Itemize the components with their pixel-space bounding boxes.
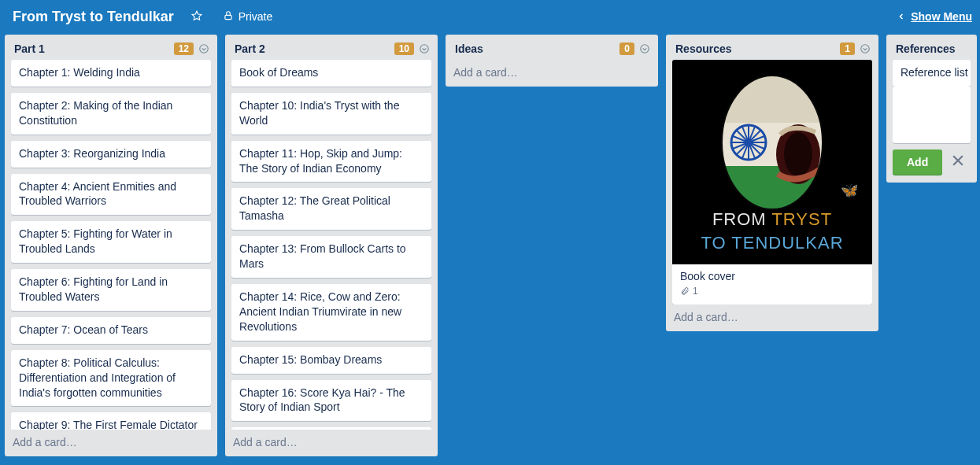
svg-point-3 bbox=[420, 45, 429, 54]
chevron-left-icon bbox=[897, 12, 906, 21]
card[interactable]: Book of Dreams bbox=[231, 60, 431, 87]
board-title[interactable]: From Tryst to Tendulkar bbox=[8, 6, 179, 28]
cards-container[interactable]: Book of Dreams Chapter 10: India's Tryst… bbox=[225, 60, 438, 430]
card-count-badge: 1 bbox=[840, 42, 855, 55]
board-header: From Tryst to Tendulkar Private Show Men… bbox=[0, 0, 980, 31]
add-button[interactable]: Add bbox=[893, 149, 942, 175]
card-book-cover[interactable]: 🦋 FROM TRYST TO TENDULKAR Book cover 1 bbox=[672, 60, 872, 304]
card-count-badge: 10 bbox=[394, 42, 414, 55]
card[interactable]: Chapter 8: Political Calculus: Different… bbox=[11, 350, 211, 407]
list-header: Resources 1 bbox=[666, 35, 878, 60]
close-icon[interactable] bbox=[950, 153, 966, 172]
face-illustration bbox=[705, 68, 839, 217]
list-menu-icon[interactable] bbox=[860, 43, 871, 54]
card[interactable]: Chapter 11: Hop, Skip and Jump: The Stor… bbox=[231, 141, 431, 183]
card[interactable]: Chapter 3: Reorganizing India bbox=[11, 141, 211, 168]
svg-marker-0 bbox=[192, 11, 202, 20]
card[interactable]: Chapter 12: The Great Political Tamasha bbox=[231, 188, 431, 230]
cards-container[interactable]: 🦋 FROM TRYST TO TENDULKAR Book cover 1 bbox=[666, 60, 878, 304]
card[interactable]: Chapter 17: Into the Future bbox=[231, 427, 431, 430]
composer-actions: Add bbox=[886, 149, 977, 183]
card[interactable]: Reference list bbox=[893, 60, 971, 87]
svg-point-21 bbox=[784, 132, 812, 176]
privacy-label: Private bbox=[239, 10, 273, 23]
card[interactable]: Chapter 6: Fighting for Land in Troubled… bbox=[11, 269, 211, 311]
paperclip-icon bbox=[680, 286, 690, 296]
svg-point-2 bbox=[200, 45, 209, 54]
list-title[interactable]: References bbox=[896, 42, 969, 55]
card[interactable]: Chapter 16: Score Kya Hai? - The Story o… bbox=[231, 380, 431, 422]
cover-title-line2: TO TENDULKAR bbox=[701, 233, 843, 253]
card[interactable]: Chapter 10: India's Tryst with the World bbox=[231, 93, 431, 135]
star-button[interactable] bbox=[183, 7, 210, 27]
list-ideas: Ideas 0 Add a card… bbox=[446, 35, 658, 87]
list-references: References Reference list Add bbox=[886, 35, 977, 183]
cards-container[interactable]: Chapter 1: Welding India Chapter 2: Maki… bbox=[5, 60, 217, 430]
card-count-badge: 12 bbox=[174, 42, 194, 55]
list-part2: Part 2 10 Book of Dreams Chapter 10: Ind… bbox=[225, 35, 438, 456]
list-menu-icon[interactable] bbox=[419, 43, 430, 54]
add-card-link[interactable]: Add a card… bbox=[5, 430, 217, 456]
card[interactable]: Chapter 4: Ancient Enmities and Troubled… bbox=[11, 174, 211, 216]
list-header: References bbox=[886, 35, 977, 60]
attachment-count: 1 bbox=[693, 286, 698, 297]
list-header: Ideas 0 bbox=[446, 35, 658, 60]
star-icon bbox=[191, 10, 202, 24]
list-title[interactable]: Part 1 bbox=[14, 42, 169, 55]
card[interactable]: Chapter 7: Ocean of Tears bbox=[11, 317, 211, 344]
cover-image: 🦋 FROM TRYST TO TENDULKAR bbox=[672, 60, 872, 264]
svg-rect-1 bbox=[225, 15, 231, 19]
list-part1: Part 1 12 Chapter 1: Welding India Chapt… bbox=[5, 35, 217, 456]
show-menu-button[interactable]: Show Menu bbox=[897, 10, 972, 23]
card[interactable]: Chapter 13: From Bullock Carts to Mars bbox=[231, 236, 431, 278]
card[interactable]: Chapter 15: Bombay Dreams bbox=[231, 347, 431, 374]
list-title[interactable]: Resources bbox=[675, 42, 835, 55]
butterfly-icon: 🦋 bbox=[841, 182, 858, 199]
list-title[interactable]: Part 2 bbox=[235, 42, 390, 55]
cards-container[interactable]: Reference list bbox=[886, 60, 977, 87]
card[interactable]: Chapter 9: The First Female Dictator bbox=[11, 412, 211, 430]
list-header: Part 1 12 bbox=[5, 35, 217, 60]
add-card-link[interactable]: Add a card… bbox=[446, 60, 658, 87]
card-count-badge: 0 bbox=[619, 42, 634, 55]
card[interactable]: Chapter 2: Making of the Indian Constitu… bbox=[11, 93, 211, 135]
lock-icon bbox=[223, 10, 234, 24]
privacy-button[interactable]: Private bbox=[215, 7, 281, 27]
card[interactable]: Chapter 14: Rice, Cow and Zero: Ancient … bbox=[231, 284, 431, 341]
list-header: Part 2 10 bbox=[225, 35, 438, 60]
attachment-badge: 1 bbox=[680, 286, 864, 297]
add-card-link[interactable]: Add a card… bbox=[666, 304, 878, 331]
card-title: Book cover bbox=[680, 270, 864, 282]
list-resources: Resources 1 bbox=[666, 35, 878, 331]
add-card-link[interactable]: Add a card… bbox=[225, 430, 438, 456]
svg-point-19 bbox=[745, 138, 753, 146]
svg-point-5 bbox=[861, 45, 870, 54]
show-menu-label: Show Menu bbox=[911, 10, 972, 23]
svg-point-4 bbox=[641, 45, 649, 54]
list-menu-icon[interactable] bbox=[639, 43, 650, 54]
board-canvas[interactable]: Part 1 12 Chapter 1: Welding India Chapt… bbox=[0, 31, 980, 465]
list-title[interactable]: Ideas bbox=[455, 42, 615, 55]
card-composer[interactable] bbox=[893, 87, 971, 143]
card[interactable]: Chapter 1: Welding India bbox=[11, 60, 211, 87]
list-menu-icon[interactable] bbox=[198, 43, 209, 54]
card[interactable]: Chapter 5: Fighting for Water in Trouble… bbox=[11, 221, 211, 263]
